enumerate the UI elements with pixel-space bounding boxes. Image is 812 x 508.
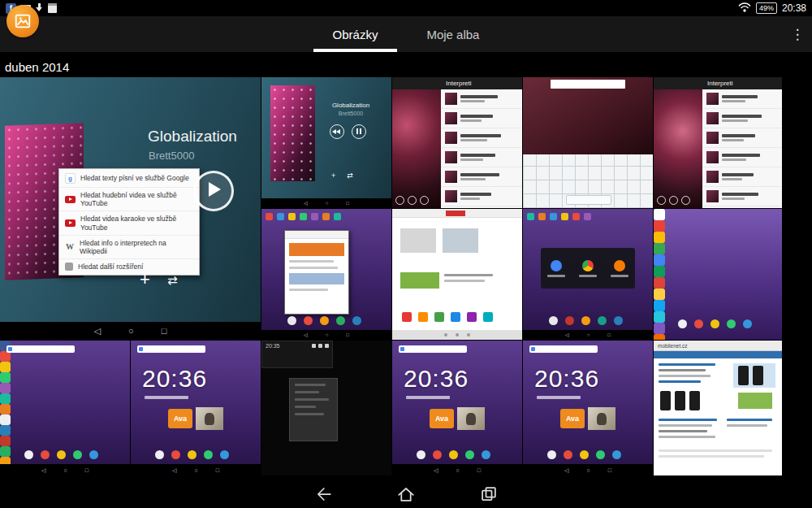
- menu-item-label: Hledat info o interpretech na Wikipedii: [80, 239, 193, 255]
- artist-photo: [392, 89, 441, 208]
- add-icon: +: [331, 172, 335, 180]
- thumbnail-homescreen-grid[interactable]: ◁ ○ □: [0, 341, 130, 475]
- back-button[interactable]: [311, 482, 335, 506]
- list-item: [702, 128, 782, 148]
- album-app-icon[interactable]: [6, 5, 39, 37]
- thumbnail-homescreen-dialog[interactable]: ◁ ○ □: [523, 209, 653, 340]
- back-icon: ◁: [41, 467, 45, 473]
- home-icon: ○: [128, 327, 134, 336]
- thumbnail-search-keyboard[interactable]: [523, 77, 653, 208]
- app-icons-row: [266, 213, 341, 220]
- home-icon: ○: [326, 332, 329, 337]
- thumbnail-music-player-small[interactable]: Globalization Brett5000 + ⇄ ◁ ○ □: [261, 77, 391, 208]
- menu-item-search-wikipedia: Hledat info o interpretech na Wikipedii: [59, 235, 199, 258]
- home-icon: ○: [326, 201, 329, 206]
- floating-window: [284, 230, 349, 315]
- thumbnail-dark-quick-settings[interactable]: 20:35: [261, 341, 391, 475]
- list-item: [441, 89, 522, 109]
- ad-banner: [738, 393, 772, 409]
- thumbnail-artists-list-1[interactable]: Interpreti: [392, 77, 522, 208]
- clock: 20:38: [782, 2, 806, 14]
- overflow-menu-icon[interactable]: ⋮: [786, 16, 809, 52]
- recents-icon: □: [216, 467, 219, 473]
- track-artist: Brett5000: [149, 150, 194, 162]
- home-icon: ○: [63, 467, 67, 473]
- thumbnail-artists-list-2[interactable]: Interpreti: [654, 77, 782, 208]
- wikipedia-icon: [65, 242, 75, 252]
- shuffle-icon: ⇄: [347, 172, 353, 180]
- phone-image: [753, 366, 763, 385]
- recents-icon: □: [85, 467, 89, 473]
- app-icons-row: [527, 213, 591, 220]
- ava-widget: Ava: [560, 409, 585, 428]
- quick-settings-panel: 20:35: [261, 341, 333, 368]
- date-text: [145, 396, 188, 399]
- track-title: Globalization: [312, 102, 390, 109]
- artist-list: [702, 89, 782, 208]
- screen-background: [523, 77, 653, 154]
- recents-icon: □: [477, 467, 481, 473]
- menu-item-label: Hledat hudební videa ve službě YouTube: [80, 191, 193, 207]
- ava-widget: Ava: [430, 409, 454, 428]
- logo-banner: [446, 211, 465, 216]
- recents-icon: □: [346, 332, 349, 337]
- list-item: [441, 187, 522, 206]
- dock-icons: [287, 316, 361, 325]
- mini-player-controls: [395, 196, 429, 205]
- tab-images-label: Obrázky: [333, 28, 378, 41]
- thumbnail-app-drawer[interactable]: [654, 209, 782, 340]
- thumbnail-clock-homescreen-3[interactable]: 20:36 Ava ◁ ○ □: [523, 341, 653, 475]
- recents-icon: □: [346, 201, 349, 206]
- recents-button[interactable]: [477, 482, 501, 506]
- section-title: duben 2014: [5, 60, 69, 74]
- thumbnail-store-page[interactable]: [392, 209, 522, 340]
- google-icon: [65, 173, 76, 184]
- phone-image: [660, 391, 671, 410]
- dock-icons: [24, 450, 98, 459]
- thumbnail-clock-homescreen-2[interactable]: 20:36 Ava ◁ ○ □: [392, 341, 522, 475]
- menu-item-label: Hledat videa karaoke ve službě YouTube: [80, 215, 193, 231]
- list-item: [441, 109, 522, 128]
- album-art: [270, 85, 315, 181]
- status-bar: 49% 20:38: [0, 0, 812, 16]
- thumbnail-clock-homescreen-1[interactable]: 20:36 Ava ◁ ○ □: [131, 341, 261, 475]
- tab-images[interactable]: Obrázky: [309, 16, 403, 52]
- navigation-bar: [0, 480, 812, 508]
- list-item: [702, 89, 782, 109]
- extension-icon: [65, 263, 73, 271]
- photo-widget: [588, 407, 615, 430]
- menu-item-label: Hledat další rozšíření: [78, 263, 143, 271]
- google-search-bar: [137, 345, 205, 353]
- artist-list: [441, 89, 522, 208]
- tab-my-albums[interactable]: Moje alba: [402, 16, 503, 52]
- list-item: [441, 148, 522, 167]
- shuffle-icon: ⇄: [167, 273, 178, 288]
- list-item: [702, 109, 782, 128]
- search-field: [551, 80, 625, 89]
- back-icon: ◁: [172, 467, 176, 473]
- clock-widget: 20:36: [142, 365, 207, 393]
- wifi-icon: [738, 1, 751, 15]
- play-button-icon: [193, 171, 234, 211]
- menu-item-more-extensions: Hledat další rozšíření: [59, 258, 199, 274]
- thumbnail-homescreen-popup[interactable]: ◁ ○ □: [261, 209, 391, 340]
- list-item: [702, 167, 782, 187]
- recents-icon: □: [607, 332, 611, 337]
- recents-icon: □: [162, 327, 167, 336]
- menu-item-label: Hledat texty písní ve službě Google: [80, 174, 189, 182]
- youtube-icon: [65, 196, 76, 203]
- tab-bar: Obrázky Moje alba: [0, 16, 812, 52]
- back-icon: ◁: [564, 467, 568, 473]
- screen: 49% 20:38 Obrázky Moje alba ⋮ duben 2014…: [0, 0, 812, 508]
- dock-icons: [678, 319, 752, 328]
- home-button[interactable]: [394, 482, 418, 506]
- panel-time: 20:35: [266, 343, 280, 349]
- mini-nav-bar: ◁ ○ □: [523, 330, 653, 340]
- thumbnail-browser-page[interactable]: mobilenet.cz: [654, 341, 782, 475]
- floating-window: [289, 378, 338, 441]
- track-title: Globalization: [148, 128, 237, 145]
- youtube-icon: [65, 219, 76, 227]
- thumbnail-music-player-large[interactable]: Globalization Brett5000 Hledat texty pís…: [0, 77, 261, 340]
- bottom-strip: [392, 330, 522, 340]
- list-item: [441, 167, 522, 187]
